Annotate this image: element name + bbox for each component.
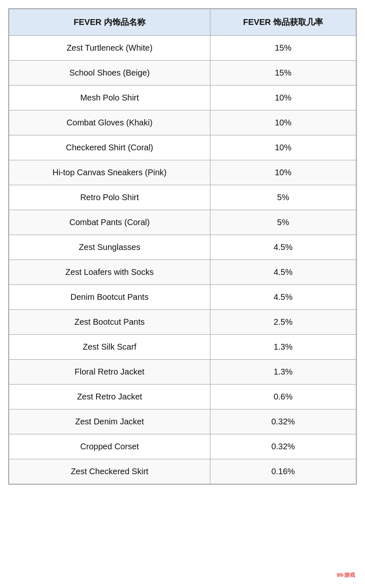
- item-name: Hi-top Canvas Sneakers (Pink): [9, 160, 210, 185]
- table-row: Zest Checkered Skirt0.16%: [9, 459, 356, 484]
- item-name: Denim Bootcut Pants: [9, 285, 210, 310]
- table-header-row: FEVER 内饰品名称 FEVER 饰品获取几率: [9, 9, 356, 36]
- table-row: Zest Sunglasses4.5%: [9, 235, 356, 260]
- item-name: Mesh Polo Shirt: [9, 86, 210, 110]
- item-name: Zest Sunglasses: [9, 235, 210, 260]
- table-row: Mesh Polo Shirt10%: [9, 86, 356, 110]
- item-name: Zest Bootcut Pants: [9, 310, 210, 335]
- table-row: Zest Bootcut Pants2.5%: [9, 310, 356, 335]
- item-name: Retro Polo Shirt: [9, 185, 210, 210]
- item-name: Combat Pants (Coral): [9, 210, 210, 235]
- table-row: Denim Bootcut Pants4.5%: [9, 285, 356, 310]
- table-row: Floral Retro Jacket1.3%: [9, 360, 356, 385]
- item-rate: 10%: [210, 160, 356, 185]
- table-row: Checkered Shirt (Coral)10%: [9, 135, 356, 160]
- item-name: Zest Loafers with Socks: [9, 260, 210, 285]
- table-row: Zest Turtleneck (White)15%: [9, 36, 356, 61]
- item-name: Zest Turtleneck (White): [9, 36, 210, 61]
- item-rate: 10%: [210, 86, 356, 110]
- item-rate: 5%: [210, 185, 356, 210]
- item-rate: 15%: [210, 61, 356, 86]
- item-rate: 0.32%: [210, 434, 356, 459]
- fever-items-table: FEVER 内饰品名称 FEVER 饰品获取几率 Zest Turtleneck…: [9, 9, 356, 484]
- col2-header: FEVER 饰品获取几率: [210, 9, 356, 36]
- item-rate: 5%: [210, 210, 356, 235]
- table-row: Zest Silk Scarf1.3%: [9, 335, 356, 360]
- item-rate: 15%: [210, 36, 356, 61]
- item-rate: 0.32%: [210, 409, 356, 434]
- table-row: Combat Gloves (Khaki)10%: [9, 110, 356, 135]
- item-name: Combat Gloves (Khaki): [9, 110, 210, 135]
- item-rate: 1.3%: [210, 335, 356, 360]
- watermark-text: 99·游戏: [337, 572, 355, 578]
- item-rate: 4.5%: [210, 235, 356, 260]
- item-name: Zest Checkered Skirt: [9, 459, 210, 484]
- table-row: Retro Polo Shirt5%: [9, 185, 356, 210]
- table-row: Zest Loafers with Socks4.5%: [9, 260, 356, 285]
- item-name: Zest Silk Scarf: [9, 335, 210, 360]
- table-row: Combat Pants (Coral)5%: [9, 210, 356, 235]
- col1-header: FEVER 内饰品名称: [9, 9, 210, 36]
- table-row: Zest Retro Jacket0.6%: [9, 385, 356, 409]
- item-name: Floral Retro Jacket: [9, 360, 210, 385]
- item-name: Cropped Corset: [9, 434, 210, 459]
- main-table-container: FEVER 内饰品名称 FEVER 饰品获取几率 Zest Turtleneck…: [8, 8, 357, 485]
- item-rate: 0.6%: [210, 385, 356, 409]
- item-rate: 10%: [210, 110, 356, 135]
- item-name: Zest Denim Jacket: [9, 409, 210, 434]
- item-rate: 4.5%: [210, 260, 356, 285]
- item-rate: 2.5%: [210, 310, 356, 335]
- item-rate: 0.16%: [210, 459, 356, 484]
- table-row: Zest Denim Jacket0.32%: [9, 409, 356, 434]
- watermark: 99·游戏: [335, 571, 357, 580]
- item-rate: 10%: [210, 135, 356, 160]
- item-rate: 1.3%: [210, 360, 356, 385]
- table-row: School Shoes (Beige)15%: [9, 61, 356, 86]
- item-name: School Shoes (Beige): [9, 61, 210, 86]
- item-name: Checkered Shirt (Coral): [9, 135, 210, 160]
- item-rate: 4.5%: [210, 285, 356, 310]
- table-body: Zest Turtleneck (White)15%School Shoes (…: [9, 36, 356, 484]
- table-row: Cropped Corset0.32%: [9, 434, 356, 459]
- table-row: Hi-top Canvas Sneakers (Pink)10%: [9, 160, 356, 185]
- item-name: Zest Retro Jacket: [9, 385, 210, 409]
